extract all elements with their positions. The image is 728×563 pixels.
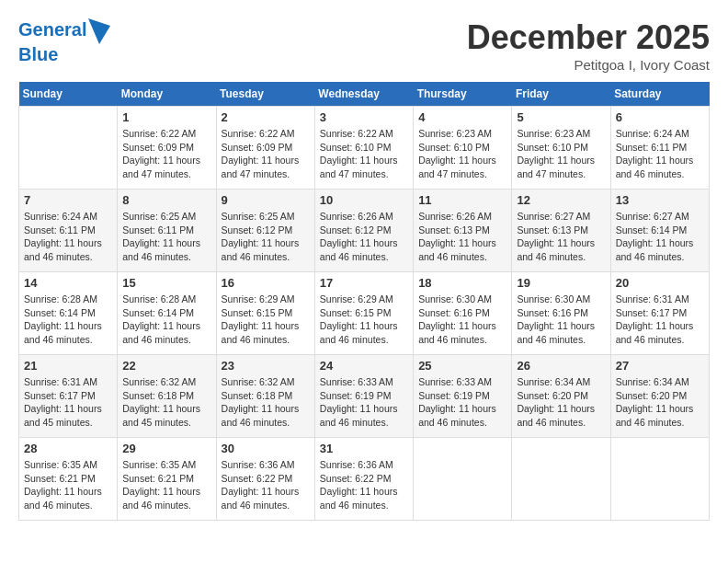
day-info: Sunrise: 6:22 AM Sunset: 6:10 PM Dayligh… xyxy=(320,127,408,181)
weekday-header-friday: Friday xyxy=(512,82,610,107)
day-info: Sunrise: 6:25 AM Sunset: 6:11 PM Dayligh… xyxy=(122,210,210,264)
day-number: 2 xyxy=(222,110,310,124)
day-info: Sunrise: 6:32 AM Sunset: 6:18 PM Dayligh… xyxy=(222,375,310,430)
day-number: 27 xyxy=(616,359,704,373)
calendar-cell: 8Sunrise: 6:25 AM Sunset: 6:11 PM Daylig… xyxy=(118,190,216,272)
day-info: Sunrise: 6:36 AM Sunset: 6:22 PM Dayligh… xyxy=(320,458,408,512)
title-block: December 2025 Petitgoa I, Ivory Coast xyxy=(467,18,710,73)
weekday-header-thursday: Thursday xyxy=(414,82,512,107)
day-info: Sunrise: 6:31 AM Sunset: 6:17 PM Dayligh… xyxy=(24,375,112,430)
day-number: 22 xyxy=(122,359,210,373)
weekday-header-saturday: Saturday xyxy=(610,82,709,107)
calendar-cell xyxy=(610,438,709,521)
day-number: 13 xyxy=(616,193,704,207)
day-number: 12 xyxy=(517,193,605,207)
weekday-header-wednesday: Wednesday xyxy=(314,82,413,107)
calendar-cell: 29Sunrise: 6:35 AM Sunset: 6:21 PM Dayli… xyxy=(118,438,216,521)
calendar-cell: 18Sunrise: 6:30 AM Sunset: 6:16 PM Dayli… xyxy=(414,272,512,355)
calendar-cell: 2Sunrise: 6:22 AM Sunset: 6:09 PM Daylig… xyxy=(216,107,314,190)
logo-text: General Blue xyxy=(18,18,110,64)
weekday-header-monday: Monday xyxy=(118,82,216,107)
day-info: Sunrise: 6:28 AM Sunset: 6:14 PM Dayligh… xyxy=(24,293,112,347)
calendar-week-4: 21Sunrise: 6:31 AM Sunset: 6:17 PM Dayli… xyxy=(19,355,710,438)
day-info: Sunrise: 6:24 AM Sunset: 6:11 PM Dayligh… xyxy=(24,210,112,264)
day-info: Sunrise: 6:27 AM Sunset: 6:13 PM Dayligh… xyxy=(517,210,605,264)
calendar-cell: 10Sunrise: 6:26 AM Sunset: 6:12 PM Dayli… xyxy=(314,190,413,272)
logo: General Blue xyxy=(18,18,110,64)
day-info: Sunrise: 6:23 AM Sunset: 6:10 PM Dayligh… xyxy=(418,127,506,181)
day-info: Sunrise: 6:24 AM Sunset: 6:11 PM Dayligh… xyxy=(616,127,704,181)
calendar-cell: 20Sunrise: 6:31 AM Sunset: 6:17 PM Dayli… xyxy=(610,272,709,355)
weekday-header-tuesday: Tuesday xyxy=(216,82,314,107)
day-number: 23 xyxy=(222,359,310,373)
calendar-cell: 5Sunrise: 6:23 AM Sunset: 6:10 PM Daylig… xyxy=(512,107,610,190)
day-number: 3 xyxy=(320,110,408,124)
calendar-cell: 24Sunrise: 6:33 AM Sunset: 6:19 PM Dayli… xyxy=(314,355,413,438)
day-info: Sunrise: 6:29 AM Sunset: 6:15 PM Dayligh… xyxy=(222,293,310,347)
calendar-cell: 21Sunrise: 6:31 AM Sunset: 6:17 PM Dayli… xyxy=(19,355,118,438)
day-info: Sunrise: 6:27 AM Sunset: 6:14 PM Dayligh… xyxy=(616,210,704,264)
month-title: December 2025 xyxy=(467,18,710,57)
day-info: Sunrise: 6:23 AM Sunset: 6:10 PM Dayligh… xyxy=(517,127,605,181)
day-info: Sunrise: 6:33 AM Sunset: 6:19 PM Dayligh… xyxy=(320,375,408,430)
day-info: Sunrise: 6:35 AM Sunset: 6:21 PM Dayligh… xyxy=(122,458,210,512)
day-info: Sunrise: 6:34 AM Sunset: 6:20 PM Dayligh… xyxy=(517,375,605,430)
location: Petitgoa I, Ivory Coast xyxy=(467,57,710,73)
calendar-cell: 4Sunrise: 6:23 AM Sunset: 6:10 PM Daylig… xyxy=(414,107,512,190)
calendar-cell: 1Sunrise: 6:22 AM Sunset: 6:09 PM Daylig… xyxy=(118,107,216,190)
day-number: 17 xyxy=(320,276,408,290)
weekday-header-sunday: Sunday xyxy=(19,82,118,107)
day-number: 5 xyxy=(517,110,605,124)
day-info: Sunrise: 6:33 AM Sunset: 6:19 PM Dayligh… xyxy=(418,375,506,430)
day-number: 9 xyxy=(222,193,310,207)
day-number: 7 xyxy=(24,193,112,207)
day-number: 15 xyxy=(122,276,210,290)
day-number: 20 xyxy=(616,276,704,290)
day-number: 6 xyxy=(616,110,704,124)
day-number: 11 xyxy=(418,193,506,207)
calendar-cell xyxy=(512,438,610,521)
day-info: Sunrise: 6:31 AM Sunset: 6:17 PM Dayligh… xyxy=(616,293,704,347)
calendar-cell xyxy=(414,438,512,521)
day-info: Sunrise: 6:28 AM Sunset: 6:14 PM Dayligh… xyxy=(122,293,210,347)
calendar-week-2: 7Sunrise: 6:24 AM Sunset: 6:11 PM Daylig… xyxy=(19,190,710,272)
day-number: 10 xyxy=(320,193,408,207)
day-info: Sunrise: 6:32 AM Sunset: 6:18 PM Dayligh… xyxy=(122,375,210,430)
calendar-cell: 15Sunrise: 6:28 AM Sunset: 6:14 PM Dayli… xyxy=(118,272,216,355)
day-info: Sunrise: 6:35 AM Sunset: 6:21 PM Dayligh… xyxy=(24,458,112,512)
day-info: Sunrise: 6:36 AM Sunset: 6:22 PM Dayligh… xyxy=(222,458,310,512)
day-number: 8 xyxy=(122,193,210,207)
day-info: Sunrise: 6:34 AM Sunset: 6:20 PM Dayligh… xyxy=(616,375,704,430)
calendar-cell: 14Sunrise: 6:28 AM Sunset: 6:14 PM Dayli… xyxy=(19,272,118,355)
weekday-header-row: SundayMondayTuesdayWednesdayThursdayFrid… xyxy=(19,82,710,107)
calendar-cell: 19Sunrise: 6:30 AM Sunset: 6:16 PM Dayli… xyxy=(512,272,610,355)
calendar-cell: 9Sunrise: 6:25 AM Sunset: 6:12 PM Daylig… xyxy=(216,190,314,272)
day-number: 18 xyxy=(418,276,506,290)
day-number: 21 xyxy=(24,359,112,373)
calendar-cell: 12Sunrise: 6:27 AM Sunset: 6:13 PM Dayli… xyxy=(512,190,610,272)
calendar-cell: 22Sunrise: 6:32 AM Sunset: 6:18 PM Dayli… xyxy=(118,355,216,438)
calendar-week-5: 28Sunrise: 6:35 AM Sunset: 6:21 PM Dayli… xyxy=(19,438,710,521)
calendar-cell: 7Sunrise: 6:24 AM Sunset: 6:11 PM Daylig… xyxy=(19,190,118,272)
calendar-cell: 30Sunrise: 6:36 AM Sunset: 6:22 PM Dayli… xyxy=(216,438,314,521)
day-number: 29 xyxy=(122,442,210,455)
day-number: 30 xyxy=(222,442,310,455)
day-number: 24 xyxy=(320,359,408,373)
day-number: 4 xyxy=(418,110,506,124)
logo-icon xyxy=(88,18,110,44)
calendar-table: SundayMondayTuesdayWednesdayThursdayFrid… xyxy=(18,82,710,521)
svg-marker-0 xyxy=(88,18,110,44)
day-number: 16 xyxy=(222,276,310,290)
calendar-cell: 31Sunrise: 6:36 AM Sunset: 6:22 PM Dayli… xyxy=(314,438,413,521)
calendar-cell: 13Sunrise: 6:27 AM Sunset: 6:14 PM Dayli… xyxy=(610,190,709,272)
day-info: Sunrise: 6:25 AM Sunset: 6:12 PM Dayligh… xyxy=(222,210,310,264)
day-info: Sunrise: 6:26 AM Sunset: 6:12 PM Dayligh… xyxy=(320,210,408,264)
calendar-cell: 16Sunrise: 6:29 AM Sunset: 6:15 PM Dayli… xyxy=(216,272,314,355)
calendar-cell xyxy=(19,107,118,190)
calendar-cell: 3Sunrise: 6:22 AM Sunset: 6:10 PM Daylig… xyxy=(314,107,413,190)
calendar-cell: 25Sunrise: 6:33 AM Sunset: 6:19 PM Dayli… xyxy=(414,355,512,438)
day-number: 14 xyxy=(24,276,112,290)
page-header: General Blue December 2025 Petitgoa I, I… xyxy=(18,18,710,73)
day-info: Sunrise: 6:22 AM Sunset: 6:09 PM Dayligh… xyxy=(222,127,310,181)
day-number: 28 xyxy=(24,442,112,455)
